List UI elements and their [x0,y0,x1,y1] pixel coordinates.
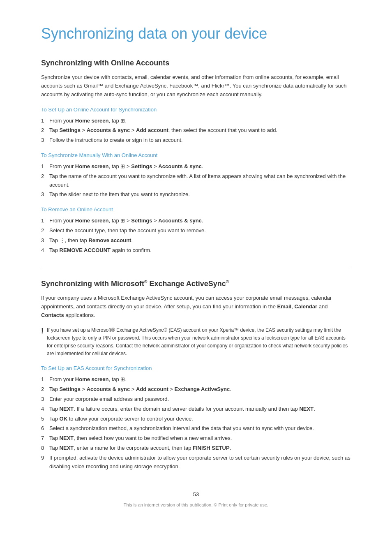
list-item: 8Tap NEXT, enter a name for the corporat… [41,444,351,453]
list-item: 3Follow the instructions to create or si… [41,136,351,145]
online-accounts-description: Synchronize your device with contacts, e… [41,73,351,99]
setup-eas-title: To Set Up an EAS Account for Synchroniza… [41,365,351,371]
online-accounts-section: Synchronizing with Online Accounts Synch… [41,59,351,254]
list-item: 2Tap Settings > Accounts & sync > Add ac… [41,126,351,135]
setup-online-account-steps: 1From your Home screen, tap ⊞. 2Tap Sett… [41,117,351,145]
list-item: 1From your Home screen, tap ⊞ > Settings… [41,162,351,171]
sync-manually-title: To Synchronize Manually With an Online A… [41,152,351,158]
list-item: 7Tap NEXT, then select how you want to b… [41,434,351,443]
setup-online-account-subsection: To Set Up an Online Account for Synchron… [41,106,351,145]
warning-box: ! If you have set up a Microsoft® Exchan… [41,326,351,358]
sync-manually-steps: 1From your Home screen, tap ⊞ > Settings… [41,162,351,199]
sync-manually-subsection: To Synchronize Manually With an Online A… [41,152,351,199]
eas-title: Synchronizing with Microsoft® Exchange A… [41,280,351,288]
list-item: 4Tap REMOVE ACCOUNT again to confirm. [41,246,351,255]
remove-online-account-title: To Remove an Online Account [41,206,351,213]
section-divider [41,267,351,267]
setup-eas-steps: 1From your Home screen, tap ⊞. 2Tap Sett… [41,375,351,471]
setup-online-account-title: To Set Up an Online Account for Synchron… [41,106,351,113]
page-footer: 53 This is an internet version of this p… [41,491,351,508]
list-item: 3Tap the slider next to the item that yo… [41,190,351,199]
list-item: 2Select the account type, then tap the a… [41,227,351,235]
setup-eas-subsection: To Set Up an EAS Account for Synchroniza… [41,365,351,471]
list-item: 6Select a synchronization method, a sync… [41,424,351,433]
remove-online-account-subsection: To Remove an Online Account 1From your H… [41,206,351,254]
list-item: 9If prompted, activate the device admini… [41,454,351,471]
online-accounts-title: Synchronizing with Online Accounts [41,59,351,67]
page-number: 53 [41,491,351,497]
list-item: 4Tap NEXT. If a failure occurs, enter th… [41,405,351,414]
footer-note: This is an internet version of this publ… [124,502,268,507]
eas-description: If your company uses a Microsoft Exchang… [41,294,351,319]
list-item: 1From your Home screen, tap ⊞. [41,375,351,384]
list-item: 1From your Home screen, tap ⊞ > Settings… [41,217,351,225]
remove-online-account-steps: 1From your Home screen, tap ⊞ > Settings… [41,217,351,254]
list-item: 3Enter your corporate email address and … [41,395,351,404]
list-item: 3Tap ⋮, then tap Remove account. [41,236,351,245]
page-title: Synchronizing data on your device [41,25,351,42]
list-item: 2Tap the name of the account you want to… [41,172,351,190]
list-item: 2Tap Settings > Accounts & sync > Add ac… [41,385,351,394]
eas-section: Synchronizing with Microsoft® Exchange A… [41,280,351,471]
list-item: 5Tap OK to allow your corporate server t… [41,415,351,423]
warning-icon: ! [41,327,44,335]
warning-text: If you have set up a Microsoft® Exchange… [47,326,351,358]
list-item: 1From your Home screen, tap ⊞. [41,117,351,125]
